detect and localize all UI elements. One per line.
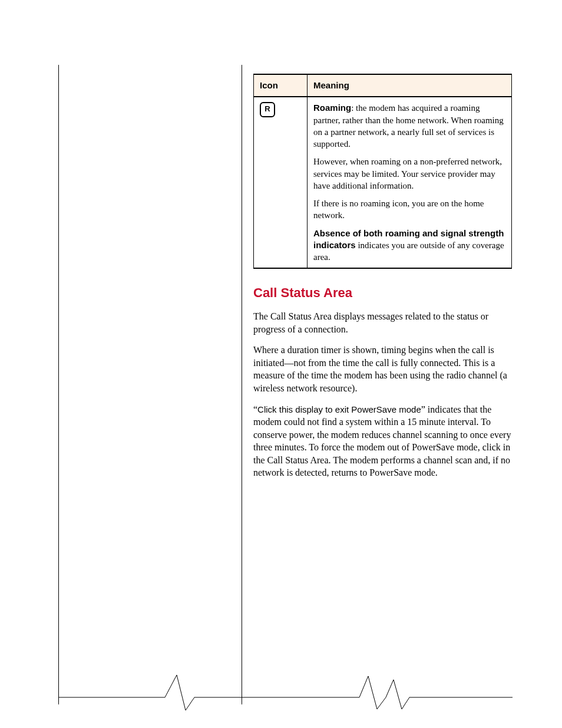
left-margin-rule — [58, 65, 59, 704]
powersave-quote: Click this display to exit PowerSave mod… — [257, 404, 421, 414]
icon-cell: R — [254, 97, 308, 268]
meaning-para-2: However, when roaming on a non-preferred… — [313, 156, 505, 192]
table-header-row: Icon Meaning — [254, 74, 512, 97]
main-column: Icon Meaning R Roaming: the modem has ac… — [253, 74, 512, 487]
meaning-cell: Roaming: the modem has acquired a roamin… — [308, 97, 512, 268]
body-para-2: Where a duration timer is shown, timing … — [253, 344, 512, 394]
body-para-3-rest: indicates that the modem could not find … — [253, 404, 511, 478]
body-para-3: “Click this display to exit PowerSave mo… — [253, 403, 512, 480]
meaning-para-3: If there is no roaming icon, you are on … — [313, 197, 505, 222]
column-divider-rule — [242, 65, 242, 704]
meaning-para-1: Roaming: the modem has acquired a roamin… — [313, 102, 505, 150]
footer-ornament — [0, 669, 562, 716]
icon-meaning-table: Icon Meaning R Roaming: the modem has ac… — [253, 74, 512, 269]
section-heading-call-status: Call Status Area — [253, 284, 512, 302]
close-quote: ” — [421, 404, 425, 414]
roaming-icon: R — [260, 102, 275, 117]
meaning-para-4: Absence of both roaming and signal stren… — [313, 228, 505, 263]
body-para-1: The Call Status Area displays messages r… — [253, 310, 512, 335]
header-meaning: Meaning — [308, 74, 512, 97]
roaming-label: Roaming — [313, 103, 351, 113]
header-icon: Icon — [254, 74, 308, 97]
table-row: R Roaming: the modem has acquired a roam… — [254, 97, 512, 268]
